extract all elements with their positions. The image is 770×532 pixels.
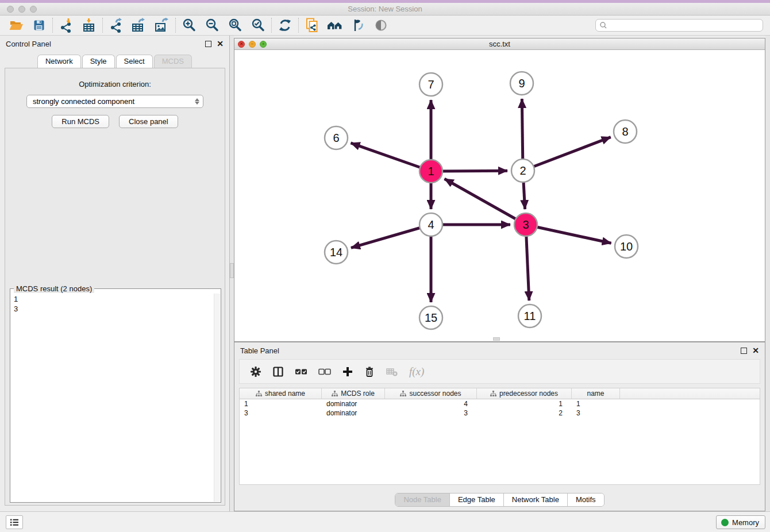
- close-panel-icon[interactable]: ✕: [217, 40, 224, 48]
- save-session-button[interactable]: [28, 17, 51, 34]
- optimization-criterion-select[interactable]: strongly connected component: [26, 95, 203, 108]
- tab-motifs[interactable]: Motifs: [568, 494, 604, 506]
- gear-icon: [250, 366, 261, 377]
- table-cell[interactable]: 3: [240, 408, 322, 418]
- export-table-button[interactable]: [128, 17, 151, 34]
- search-input[interactable]: [608, 21, 763, 29]
- status-bar: Memory: [0, 511, 770, 532]
- graph-node-7[interactable]: 7: [419, 73, 442, 96]
- svg-text:9: 9: [518, 77, 525, 90]
- zoom-fit-button[interactable]: [224, 17, 247, 34]
- split-columns-button[interactable]: [272, 366, 284, 377]
- close-panel-button[interactable]: Close panel: [119, 115, 178, 128]
- tab-mcds[interactable]: MCDS: [154, 55, 192, 68]
- tab-edge-table[interactable]: Edge Table: [450, 494, 504, 506]
- search-field[interactable]: [595, 19, 763, 32]
- column-header-predecessor-nodes[interactable]: predecessor nodes: [477, 388, 572, 399]
- graph-edge-3-10[interactable]: [526, 225, 611, 243]
- tab-select[interactable]: Select: [116, 55, 153, 68]
- network-hscroll-thumb[interactable]: [493, 337, 500, 341]
- float-panel-icon[interactable]: [205, 41, 211, 47]
- mcds-result-box: MCDS result (2 nodes) 1 3: [10, 284, 221, 503]
- toolbar-separator: [271, 18, 272, 33]
- table-cell[interactable]: 4: [385, 399, 477, 408]
- apply-layout-button[interactable]: [274, 17, 297, 34]
- main-titlebar: Session: New Session: [0, 3, 770, 16]
- delete-table-button[interactable]: [386, 367, 398, 377]
- result-scrollbar[interactable]: [214, 294, 220, 502]
- show-hide-panels-button[interactable]: [324, 17, 346, 34]
- toolbar-separator: [52, 18, 53, 33]
- graph-node-15[interactable]: 15: [419, 306, 442, 329]
- graph-node-1[interactable]: 1: [419, 160, 442, 183]
- toolbar-separator: [175, 18, 176, 33]
- duplicate-network-button[interactable]: [301, 17, 324, 34]
- toggle-bird-eye-view-button[interactable]: [369, 17, 392, 34]
- import-network-button[interactable]: [55, 17, 78, 34]
- graph-node-11[interactable]: 11: [518, 304, 541, 327]
- network-window-titlebar: ✕ − + scc.txt: [234, 38, 765, 50]
- add-column-button[interactable]: [342, 366, 353, 377]
- graph-node-8[interactable]: 8: [614, 120, 637, 143]
- graph-node-10[interactable]: 10: [615, 235, 638, 258]
- table-row[interactable]: 3dominator323: [240, 408, 760, 418]
- table-settings-button[interactable]: [250, 366, 261, 377]
- graph-edge-2-8[interactable]: [523, 137, 611, 171]
- column-header-successor-nodes[interactable]: successor nodes: [385, 388, 477, 399]
- zoom-in-button[interactable]: [178, 17, 201, 34]
- tab-style[interactable]: Style: [82, 55, 115, 68]
- table-toolbar: f(x): [239, 359, 760, 384]
- float-table-panel-icon[interactable]: [741, 348, 747, 354]
- zoom-selected-button[interactable]: [247, 17, 270, 34]
- open-session-button[interactable]: [5, 17, 28, 34]
- deselect-all-button[interactable]: [318, 368, 331, 376]
- table-cell[interactable]: 1: [240, 399, 322, 408]
- import-table-button[interactable]: [78, 17, 101, 34]
- memory-button[interactable]: Memory: [716, 515, 765, 529]
- tab-network-table[interactable]: Network Table: [504, 494, 568, 506]
- graph-node-3[interactable]: 3: [514, 213, 537, 236]
- column-type-icon: [332, 391, 338, 397]
- import-network-icon: [59, 18, 74, 33]
- graph-node-14[interactable]: 14: [325, 241, 348, 264]
- column-header-MCDS-role[interactable]: MCDS role: [322, 388, 385, 399]
- graph-node-4[interactable]: 4: [419, 213, 442, 236]
- table-tabs: Node TableEdge TableNetwork TableMotifs: [234, 493, 765, 507]
- hide-graphics-details-button[interactable]: [346, 17, 369, 34]
- function-builder-button[interactable]: f(x): [409, 365, 424, 378]
- splitter-handle[interactable]: [230, 263, 234, 278]
- tab-node-table[interactable]: Node Table: [395, 494, 450, 506]
- svg-text:4: 4: [428, 218, 434, 231]
- network-canvas[interactable]: 7968124314101511: [234, 50, 765, 341]
- graph-edge-1-6[interactable]: [351, 143, 431, 171]
- graph-edge-4-14[interactable]: [351, 225, 431, 248]
- export-image-button[interactable]: [151, 17, 174, 34]
- table-cell[interactable]: 1: [477, 399, 572, 408]
- export-network-button[interactable]: [105, 17, 128, 34]
- graph-node-6[interactable]: 6: [325, 126, 348, 149]
- graph-node-2[interactable]: 2: [511, 159, 534, 182]
- table-cell[interactable]: 1: [572, 399, 620, 408]
- select-all-button[interactable]: [295, 368, 307, 376]
- table-cell[interactable]: 3: [572, 408, 620, 418]
- tab-network[interactable]: Network: [37, 55, 81, 68]
- graph-node-9[interactable]: 9: [510, 72, 533, 95]
- svg-text:2: 2: [519, 164, 526, 177]
- delete-column-button[interactable]: [364, 366, 375, 377]
- table-cell[interactable]: dominator: [322, 399, 385, 408]
- table-body: 1dominator4113dominator323: [240, 399, 760, 418]
- zoom-out-button[interactable]: [201, 17, 224, 34]
- run-mcds-button[interactable]: Run MCDS: [52, 115, 109, 128]
- table-cell[interactable]: 3: [385, 408, 477, 418]
- column-header-shared-name[interactable]: shared name: [240, 388, 322, 399]
- graph-edge-3-1[interactable]: [445, 179, 526, 225]
- table-cell[interactable]: 2: [477, 408, 572, 418]
- mcds-result-list[interactable]: 1 3: [10, 293, 221, 315]
- table-cell[interactable]: dominator: [322, 408, 385, 418]
- close-table-panel-icon[interactable]: ✕: [752, 346, 759, 354]
- column-header-name[interactable]: name: [572, 388, 620, 399]
- table-row[interactable]: 1dominator411: [240, 399, 760, 408]
- refresh-icon: [278, 18, 292, 33]
- search-icon: [599, 21, 608, 30]
- task-history-button[interactable]: [6, 515, 23, 529]
